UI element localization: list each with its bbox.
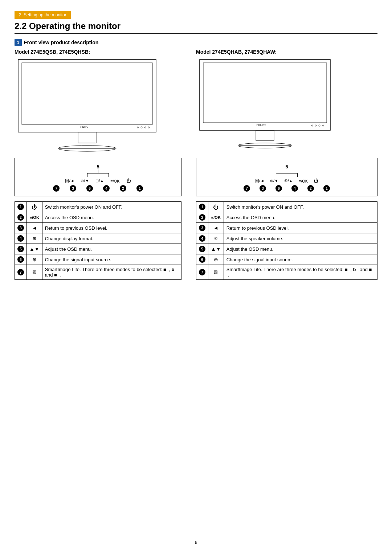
row-num: 4 <box>15 233 27 244</box>
btn5-label-right: 5 <box>285 164 288 169</box>
table-row: 5 ▲▼ Adjust the OSD menu. <box>196 244 377 254</box>
btn-sym-6-left: ⊞/▲ <box>95 179 104 183</box>
row-desc: Switch monitor's power ON and OFF. <box>42 202 181 212</box>
table-row: 6 ⊕ Change the signal input source. <box>196 254 377 265</box>
page: 2. Setting up the monitor 2.2 Operating … <box>0 0 392 556</box>
btn-sym-7-left: 回/◄ <box>65 178 74 184</box>
btn-num-1-left: 1 <box>135 185 145 192</box>
row-desc: SmartImage Lite. There are three modes t… <box>42 265 181 280</box>
row-desc: Adjust the speaker volume. <box>224 233 377 244</box>
row-icon: 回 <box>27 265 42 280</box>
controls-table-right: 1 ⏻ Switch monitor's power ON and OFF. 2… <box>196 201 377 280</box>
row-icon: ◄ <box>27 223 42 233</box>
model-right-label: Model 274E5QHAB, 274E5QHAW: <box>196 49 377 55</box>
svg-rect-0 <box>18 60 156 132</box>
table-row: 7 回 SmartImage Lite. There are three mod… <box>196 265 377 280</box>
controls-table-left: 1 ⏻ Switch monitor's power ON and OFF. 2… <box>15 201 181 280</box>
btn-num-3-right: 3 <box>258 185 268 192</box>
row-desc: Return to previous OSD level. <box>224 223 377 233</box>
row-icon: ≡/OK <box>208 212 224 223</box>
btn-sym-4-left: ≡/OK <box>110 179 119 183</box>
svg-point-6 <box>148 127 150 128</box>
front-view-text: Front view product description <box>24 40 98 45</box>
row-icon: ⏻ <box>208 202 224 212</box>
btn-num-2-left: 2 <box>118 185 128 192</box>
svg-point-4 <box>141 127 142 128</box>
btn-sym-3-left: ⊕/▼ <box>81 179 89 183</box>
front-view-label: 1 Front view product description <box>15 39 377 46</box>
row-num: 3 <box>196 223 208 233</box>
page-number: 6 <box>195 540 197 545</box>
table-row: 5 ▲▼ Adjust the OSD menu. <box>15 244 181 254</box>
monitor-svg-right: PHILIPS <box>196 58 334 152</box>
btn-num-2-right: 2 <box>306 185 316 192</box>
row-desc: Adjust the OSD menu. <box>224 244 377 254</box>
section-number: 2.2 <box>15 21 26 31</box>
btn-num-7-right: 7 <box>242 185 252 192</box>
row-num: 2 <box>196 212 208 223</box>
row-desc: Change the signal input source. <box>42 254 181 265</box>
svg-point-14 <box>315 125 317 126</box>
btn-sym-1-left: ⏻ <box>126 178 131 184</box>
row-num: 7 <box>196 265 208 280</box>
row-icon: ◄ <box>208 223 224 233</box>
table-row: 2 ≡/OK Access the OSD menu. <box>196 212 377 223</box>
button-diagram-left: 5 回/◄ ⊕/▼ ⊞/▲ ≡/OK ⏻ <box>15 158 181 196</box>
badge-1: 1 <box>15 39 22 46</box>
table-row: 3 ◄ Return to previous OSD level. <box>15 223 181 233</box>
svg-point-3 <box>137 127 139 128</box>
btn-sym-7-right: 回/◄ <box>255 178 264 184</box>
row-num: 5 <box>196 244 208 254</box>
two-col-layout: Model 274E5QSB, 274E5QHSB: PHILIPS <box>15 49 377 280</box>
svg-point-5 <box>144 127 146 128</box>
button-diagram-right: 5 回/◄ ⊕/▼ ⑩/▲ ≡/OK ⏻ <box>196 158 377 196</box>
btn-sym-6-right: ⑩/▲ <box>284 179 293 183</box>
row-icon: ≡/OK <box>27 212 42 223</box>
table-row: 4 ⊞ Change display format. <box>15 233 181 244</box>
svg-text:PHILIPS: PHILIPS <box>79 126 89 128</box>
btn-num-6-right: 6 <box>274 185 284 192</box>
table-row: 6 ⊕ Change the signal input source. <box>15 254 181 265</box>
table-row: 1 ⏻ Switch monitor's power ON and OFF. <box>196 202 377 212</box>
row-desc: Access the OSD menu. <box>224 212 377 223</box>
row-num: 3 <box>15 223 27 233</box>
row-icon: 回 <box>208 265 224 280</box>
monitor-illustration-right: PHILIPS <box>196 58 377 152</box>
btn-num-1-right: 1 <box>322 185 332 192</box>
svg-rect-7 <box>78 132 96 143</box>
model-left-label: Model 274E5QSB, 274E5QHSB: <box>15 49 181 55</box>
row-desc: Change display format. <box>42 233 181 244</box>
btn-num-3-left: 3 <box>68 185 78 192</box>
svg-rect-11 <box>203 63 327 123</box>
svg-point-16 <box>322 125 324 126</box>
row-icon: ▲▼ <box>27 244 42 254</box>
monitor-svg-left: PHILIPS <box>15 58 160 152</box>
row-num: 5 <box>15 244 27 254</box>
row-num: 1 <box>196 202 208 212</box>
svg-point-15 <box>319 125 320 126</box>
col-right: Model 274E5QHAB, 274E5QHAW: PHILIPS <box>196 49 377 280</box>
table-row: 2 ≡/OK Access the OSD menu. <box>15 212 181 223</box>
btn-num-6-left: 6 <box>85 185 95 192</box>
btn-num-7-left: 7 <box>51 185 61 192</box>
btn-num-4-right: 4 <box>290 185 300 192</box>
row-desc: Return to previous OSD level. <box>42 223 181 233</box>
svg-point-13 <box>311 125 313 126</box>
row-icon: ⊞ <box>27 233 42 244</box>
breadcrumb: 2. Setting up the monitor <box>15 11 71 19</box>
row-icon: ⊕ <box>208 254 224 265</box>
row-num: 7 <box>15 265 27 280</box>
svg-rect-1 <box>22 63 152 124</box>
section-heading: 2.2 Operating the monitor <box>15 21 377 34</box>
svg-text:PHILIPS: PHILIPS <box>257 124 266 126</box>
row-icon: ⑩ <box>208 233 224 244</box>
row-desc: SmartImage Lite. There are three modes t… <box>224 265 377 280</box>
btn-sym-4-right: ≡/OK <box>299 179 308 183</box>
svg-rect-10 <box>200 60 330 130</box>
btn-sym-3-right: ⊕/▼ <box>270 179 278 183</box>
row-num: 4 <box>196 233 208 244</box>
btn-num-4-left: 4 <box>101 185 111 192</box>
section-title: Operating the monitor <box>29 21 121 31</box>
btn-sym-1-right: ⏻ <box>314 178 318 184</box>
row-icon: ⊕ <box>27 254 42 265</box>
